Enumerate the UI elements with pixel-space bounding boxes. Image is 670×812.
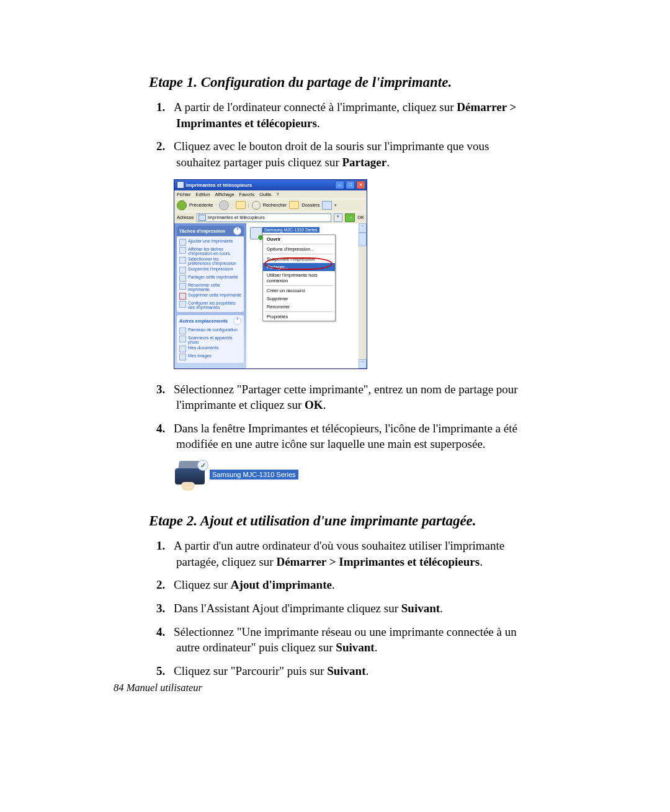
bold-text: Démarrer > Imprimantes et télécopieurs bbox=[276, 555, 480, 568]
vertical-scrollbar[interactable]: ˄ ˅ bbox=[359, 223, 367, 368]
scroll-up-icon[interactable]: ˄ bbox=[359, 223, 367, 233]
step1-item-4: 4.Dans la fenêtre Imprimantes et télécop… bbox=[149, 421, 527, 452]
printer-icon[interactable] bbox=[250, 227, 262, 239]
up-icon[interactable] bbox=[236, 201, 246, 209]
check-icon: ✓ bbox=[197, 460, 208, 471]
delete-icon bbox=[179, 293, 186, 300]
text: Dans l'Assistant Ajout d'imprimante cliq… bbox=[174, 602, 401, 615]
shared-printer: ✓ Samsung MJC-1310 Series bbox=[174, 461, 527, 488]
task-delete[interactable]: Supprimer cette imprimante bbox=[179, 292, 241, 300]
text: Cliquez sur "Parcourir" puis sur bbox=[174, 664, 327, 677]
chevron-down-icon[interactable]: ▾ bbox=[334, 213, 342, 222]
ok-label[interactable]: OK bbox=[357, 215, 364, 220]
maximize-button[interactable]: □ bbox=[346, 181, 355, 189]
task-pause[interactable]: Suspendre l'impression bbox=[179, 266, 241, 274]
menu-fichier[interactable]: Fichier bbox=[177, 192, 191, 197]
menu-print-prefs[interactable]: Options d'impression... bbox=[263, 245, 335, 253]
task-add-printer[interactable]: Ajouter une imprimante bbox=[179, 238, 241, 246]
side-panel: Tâches d'impression ˄ Ajouter une imprim… bbox=[174, 223, 246, 368]
bullet-icon bbox=[179, 267, 186, 274]
text: . bbox=[386, 156, 390, 169]
bold-text: OK bbox=[305, 398, 323, 411]
menu-properties[interactable]: Propriétés bbox=[263, 313, 335, 321]
forward-icon bbox=[219, 200, 229, 210]
menu-offline[interactable]: Utiliser l'imprimante hors connexion bbox=[263, 271, 335, 285]
task-share[interactable]: Partager cette imprimante bbox=[179, 274, 241, 282]
list-number: 5. bbox=[156, 663, 174, 679]
task-view-jobs[interactable]: Afficher les tâches d'impression en cour… bbox=[179, 246, 241, 256]
menu-delete[interactable]: Supprimer bbox=[263, 295, 335, 303]
list-number: 4. bbox=[156, 624, 174, 640]
window-titlebar: Imprimantes et télécopieurs – □ × bbox=[174, 180, 367, 190]
search-label[interactable]: Rechercher bbox=[263, 202, 287, 208]
bold-text: Suivant bbox=[336, 641, 374, 654]
task-prefs[interactable]: Sélectionner les préférences d'impressio… bbox=[179, 256, 241, 266]
views-icon[interactable] bbox=[322, 201, 332, 210]
printer-label-selected[interactable]: Samsung MJC-1310 Series bbox=[262, 227, 319, 233]
folders-icon[interactable] bbox=[289, 201, 299, 209]
collapse-icon[interactable]: ˄ bbox=[233, 227, 241, 235]
menu-shortcut[interactable]: Créer un raccourci bbox=[263, 287, 335, 295]
text: Sélectionnez "Partager cette imprimante"… bbox=[174, 383, 518, 412]
chevron-down-icon[interactable]: ▾ bbox=[334, 203, 337, 208]
bullet-icon bbox=[179, 301, 186, 308]
folders-label[interactable]: Dossiers bbox=[302, 202, 319, 208]
scroll-track[interactable] bbox=[359, 246, 367, 359]
address-field[interactable]: Imprimantes et télécopieurs bbox=[197, 213, 332, 222]
separator: · bbox=[231, 202, 233, 208]
bullet-icon bbox=[179, 346, 186, 352]
back-label[interactable]: Précédente bbox=[189, 202, 213, 208]
link-text: Panneau de configuration bbox=[188, 328, 238, 332]
menu-separator bbox=[265, 254, 333, 254]
link-text: Scanneurs et appareils photo bbox=[188, 336, 241, 344]
list-number: 2. bbox=[156, 138, 174, 154]
link-text: Supprimer cette imprimante bbox=[188, 293, 241, 297]
scroll-down-icon[interactable]: ˅ bbox=[359, 359, 367, 368]
link-text: Sélectionner les préférences d'impressio… bbox=[188, 257, 241, 265]
menu-open[interactable]: Ouvrir bbox=[263, 235, 335, 243]
task-properties[interactable]: Configurer les propriétés des imprimante… bbox=[179, 300, 241, 310]
place-my-documents[interactable]: Mes documents bbox=[179, 345, 241, 353]
link-text: Mes images bbox=[188, 354, 212, 358]
task-rename[interactable]: Renommer cette imprimante bbox=[179, 282, 241, 292]
search-icon[interactable] bbox=[252, 201, 261, 210]
scroll-thumb[interactable] bbox=[359, 233, 367, 246]
place-my-images[interactable]: Mes images bbox=[179, 353, 241, 361]
text: A partir de l'ordinateur connecté à l'im… bbox=[174, 100, 457, 114]
bullet-icon bbox=[179, 257, 186, 264]
text: Dans la fenêtre Imprimantes et télécopie… bbox=[174, 422, 517, 451]
menu-pause[interactable]: Suspendre l'impression bbox=[263, 255, 335, 263]
menu-affichage[interactable]: Affichage bbox=[215, 192, 234, 197]
address-bar: Adresse Imprimantes et télécopieurs ▾ → … bbox=[174, 212, 367, 223]
menu-rename[interactable]: Renommer bbox=[263, 303, 335, 311]
place-scanners[interactable]: Scanneurs et appareils photo bbox=[179, 335, 241, 345]
menu-favoris[interactable]: Favoris bbox=[239, 192, 255, 197]
text: Cliquez sur bbox=[174, 578, 231, 591]
content-area: Samsung MJC-1310 Series Ouvrir Options d… bbox=[246, 223, 359, 368]
bold-text: Ajout d'imprimante bbox=[231, 578, 332, 591]
step1-list-cont: 3.Sélectionnez "Partager cette imprimant… bbox=[149, 381, 527, 453]
menu-outils[interactable]: Outils bbox=[259, 192, 271, 197]
text: . bbox=[332, 578, 335, 591]
bullet-icon bbox=[179, 354, 186, 360]
page-footer: 84 Manuel utilisateur bbox=[114, 682, 202, 694]
text: . bbox=[323, 398, 326, 411]
step2-list: 1.A partir d'un autre ordinateur d'où vo… bbox=[149, 538, 527, 679]
step1-title: Etape 1. Configuration du partage de l'i… bbox=[149, 74, 527, 91]
step2-item-5: 5.Cliquez sur "Parcourir" puis sur Suiva… bbox=[149, 663, 527, 679]
menu-share[interactable]: Partager... bbox=[263, 263, 335, 271]
list-number: 2. bbox=[156, 577, 174, 593]
back-icon[interactable] bbox=[177, 200, 187, 210]
menu-help[interactable]: ? bbox=[276, 192, 279, 197]
menu-edition[interactable]: Edition bbox=[196, 192, 210, 197]
list-number: 1. bbox=[156, 538, 174, 554]
collapse-icon[interactable]: ˄ bbox=[233, 317, 241, 325]
go-button[interactable]: → bbox=[345, 213, 355, 222]
link-text: Suspendre l'impression bbox=[188, 267, 233, 271]
bold-text: Suivant bbox=[327, 664, 365, 677]
close-button[interactable]: × bbox=[356, 181, 365, 189]
place-control-panel[interactable]: Panneau de configuration bbox=[179, 327, 241, 335]
minimize-button[interactable]: – bbox=[335, 181, 344, 189]
step1-item-1: 1.A partir de l'ordinateur connecté à l'… bbox=[149, 99, 527, 131]
step1-item-3: 3.Sélectionnez "Partager cette imprimant… bbox=[149, 381, 527, 413]
